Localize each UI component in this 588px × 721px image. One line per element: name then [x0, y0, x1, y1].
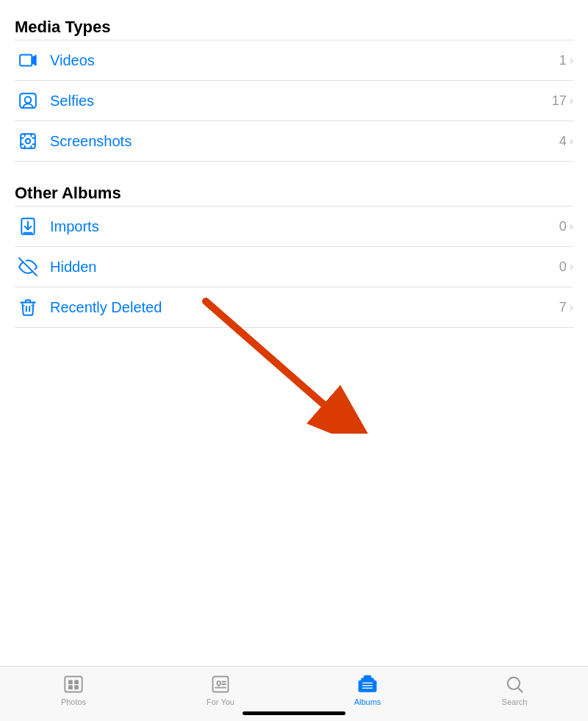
recently-deleted-chevron: ›	[570, 301, 573, 314]
selfies-count: 17	[552, 93, 567, 109]
list-item-screenshots[interactable]: Screenshots 4 ›	[15, 121, 573, 161]
list-item-hidden[interactable]: Hidden 0 ›	[15, 247, 573, 287]
tab-item-photos[interactable]: Photos	[0, 674, 147, 706]
videos-count: 1	[559, 53, 567, 68]
divider	[15, 327, 573, 328]
svg-point-3	[25, 97, 32, 104]
videos-chevron: ›	[570, 54, 573, 67]
selfies-right: 17 ›	[552, 93, 573, 109]
svg-rect-17	[68, 685, 73, 689]
hidden-right: 0 ›	[559, 259, 573, 275]
svg-rect-2	[20, 93, 36, 108]
recently-deleted-count: 7	[559, 300, 567, 315]
search-tab-label: Search	[502, 697, 528, 706]
svg-rect-15	[68, 680, 73, 684]
selfie-icon	[15, 91, 41, 110]
home-indicator	[243, 711, 345, 715]
screenshots-label: Screenshots	[50, 133, 559, 150]
trash-icon	[15, 298, 41, 317]
imports-chevron: ›	[570, 220, 573, 233]
svg-point-30	[508, 678, 520, 689]
other-albums-section: Other Albums Imports 0 ›	[15, 184, 573, 328]
media-types-title: Media Types	[15, 18, 573, 37]
svg-point-5	[26, 139, 31, 144]
svg-rect-14	[65, 677, 82, 692]
imports-count: 0	[559, 219, 567, 234]
selfies-label: Selfies	[50, 93, 552, 110]
svg-rect-4	[21, 134, 35, 148]
recently-deleted-right: 7 ›	[559, 300, 573, 315]
screenshots-chevron: ›	[570, 134, 573, 148]
list-item-recently-deleted[interactable]: Recently Deleted 7 ›	[15, 287, 573, 327]
import-icon	[15, 217, 41, 236]
recently-deleted-label: Recently Deleted	[50, 299, 559, 316]
list-item-selfies[interactable]: Selfies 17 ›	[15, 81, 573, 121]
videos-right: 1 ›	[559, 53, 573, 68]
selfies-chevron: ›	[570, 94, 573, 107]
albums-tab-label: Albums	[354, 697, 381, 706]
screenshot-icon	[15, 132, 41, 151]
for-you-tab-label: For You	[207, 697, 234, 706]
hidden-icon	[15, 257, 41, 276]
imports-right: 0 ›	[559, 219, 573, 234]
photos-tab-icon	[63, 674, 84, 695]
hidden-label: Hidden	[50, 259, 559, 276]
svg-line-31	[518, 688, 522, 692]
search-tab-icon	[504, 674, 525, 695]
list-item-videos[interactable]: Videos 1 ›	[15, 40, 573, 80]
svg-rect-26	[359, 681, 377, 692]
svg-marker-1	[32, 56, 35, 65]
svg-rect-16	[74, 680, 79, 684]
other-albums-title: Other Albums	[15, 184, 573, 203]
section-gap	[15, 162, 573, 184]
videos-label: Videos	[50, 52, 559, 69]
media-types-section: Media Types Videos 1 ›	[15, 18, 573, 162]
list-item-imports[interactable]: Imports 0 ›	[15, 207, 573, 246]
svg-rect-18	[74, 685, 79, 689]
imports-label: Imports	[50, 218, 559, 235]
photos-tab-label: Photos	[61, 697, 86, 706]
main-content: Media Types Videos 1 ›	[0, 0, 588, 328]
hidden-chevron: ›	[570, 260, 573, 273]
tab-item-for-you[interactable]: For You	[147, 674, 294, 706]
for-you-tab-icon	[210, 674, 231, 695]
video-icon	[15, 51, 41, 70]
svg-rect-0	[20, 54, 32, 65]
tab-item-search[interactable]: Search	[441, 674, 588, 706]
screenshots-right: 4 ›	[559, 134, 573, 149]
screenshots-count: 4	[559, 134, 567, 149]
tab-item-albums[interactable]: Albums	[294, 674, 441, 706]
albums-tab-icon	[357, 674, 378, 695]
hidden-count: 0	[559, 259, 567, 275]
